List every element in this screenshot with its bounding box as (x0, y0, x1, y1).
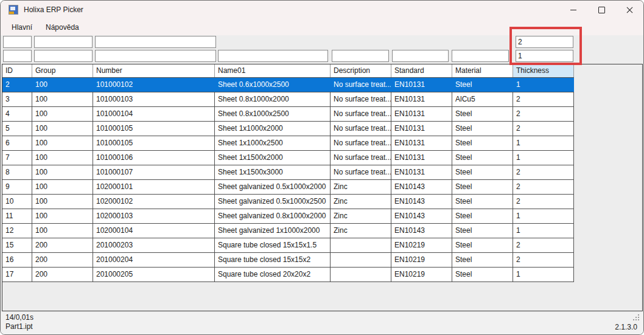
table-cell[interactable]: 100 (32, 224, 93, 238)
table-cell[interactable]: Sheet galvanized 0.8x1000x2000 (215, 209, 331, 223)
table-cell[interactable]: 101000105 (93, 122, 215, 136)
table-cell[interactable]: 8 (2, 165, 32, 179)
table-cell[interactable]: 200 (32, 268, 93, 281)
table-cell[interactable]: Sheet galvanized 0.5x1000x2000 (215, 180, 331, 194)
table-cell[interactable]: EN10143 (391, 209, 452, 223)
table-cell[interactable]: 1 (513, 209, 574, 223)
table-cell[interactable]: Steel (452, 268, 513, 281)
table-cell[interactable]: 100 (32, 180, 93, 194)
table-cell[interactable]: 100 (32, 78, 93, 92)
table-cell[interactable]: 101000107 (93, 165, 215, 179)
filter-top-id[interactable] (3, 36, 32, 48)
table-cell[interactable]: No surface treat... (331, 107, 391, 121)
table-cell[interactable]: 100 (32, 92, 93, 106)
table-cell[interactable]: 2 (513, 92, 574, 106)
table-cell[interactable]: Steel (452, 136, 513, 150)
filter-bottom-id[interactable] (3, 50, 32, 62)
table-cell[interactable]: Sheet 0.6x1000x2500 (215, 78, 331, 92)
table-row[interactable]: 3100101000103Sheet 0.8x1000x2000No surfa… (2, 92, 574, 107)
table-cell[interactable]: EN10219 (391, 238, 452, 252)
table-cell[interactable]: Steel (452, 253, 513, 267)
table-cell[interactable]: 2 (513, 238, 574, 252)
table-row[interactable]: 11100102000103Sheet galvanized 0.8x1000x… (2, 209, 574, 224)
table-cell[interactable]: Square tube closed 15x15x1.5 (215, 238, 331, 252)
table-cell[interactable]: 101000104 (93, 107, 215, 121)
table-cell[interactable]: 101000102 (93, 78, 215, 92)
table-cell[interactable]: 2 (513, 180, 574, 194)
table-cell[interactable]: 102000102 (93, 195, 215, 209)
table-cell[interactable]: Steel (452, 238, 513, 252)
table-cell[interactable]: 101000106 (93, 151, 215, 165)
table-cell[interactable]: EN10143 (391, 180, 452, 194)
column-header-group[interactable]: Group (32, 64, 93, 77)
table-cell[interactable]: EN10143 (391, 195, 452, 209)
table-row[interactable]: 4100101000104Sheet 0.8x1000x2500No surfa… (2, 107, 574, 122)
table-cell[interactable]: No surface treat... (331, 151, 391, 165)
table-cell[interactable]: 2 (513, 122, 574, 136)
table-cell[interactable]: 100 (32, 195, 93, 209)
table-row[interactable]: 7100101000106Sheet 1x1500x2000No surface… (2, 151, 574, 165)
table-cell[interactable]: 100 (32, 151, 93, 165)
table-cell[interactable]: 100 (32, 136, 93, 150)
table-cell[interactable]: EN10131 (391, 136, 452, 150)
table-cell[interactable]: 11 (2, 209, 32, 223)
table-cell[interactable]: 100 (32, 107, 93, 121)
table-cell[interactable]: Sheet 0.8x1000x2500 (215, 107, 331, 121)
table-cell[interactable]: 3 (2, 92, 32, 106)
table-cell[interactable]: 16 (2, 253, 32, 267)
close-button[interactable] (615, 1, 643, 19)
table-cell[interactable]: Zinc (331, 195, 391, 209)
table-cell[interactable]: EN10143 (391, 224, 452, 238)
table-cell[interactable]: 6 (2, 136, 32, 150)
table-cell[interactable]: 100 (32, 122, 93, 136)
filter-bottom-standard[interactable] (392, 50, 449, 62)
table-row[interactable]: 9100102000101Sheet galvanized 0.5x1000x2… (2, 180, 574, 195)
table-cell[interactable]: 102000103 (93, 209, 215, 223)
table-cell[interactable]: 2 (2, 78, 32, 92)
table-cell[interactable]: No surface treat... (331, 165, 391, 179)
table-cell[interactable]: 100 (32, 209, 93, 223)
maximize-button[interactable] (587, 1, 615, 19)
table-cell[interactable]: 2 (513, 165, 574, 179)
table-cell[interactable]: Steel (452, 180, 513, 194)
column-header-thickness[interactable]: Thickness (513, 64, 574, 77)
table-cell[interactable]: Sheet 1x1000x2500 (215, 136, 331, 150)
table-row[interactable]: 16200201000204Square tube closed 15x15x2… (2, 253, 574, 268)
table-cell[interactable]: 101000103 (93, 92, 215, 106)
table-cell[interactable]: 1 (513, 151, 574, 165)
table-cell[interactable]: Sheet galvanized 0.5x1000x2500 (215, 195, 331, 209)
table-cell[interactable]: 201000204 (93, 253, 215, 267)
table-cell[interactable]: 7 (2, 151, 32, 165)
column-header-name01[interactable]: Name01 (215, 64, 331, 77)
table-cell[interactable]: Sheet galvanized 1x1000x2000 (215, 224, 331, 238)
table-cell[interactable]: Steel (452, 165, 513, 179)
column-header-material[interactable]: Material (452, 64, 513, 77)
table-cell[interactable]: 100 (32, 165, 93, 179)
table-row[interactable]: 8100101000107Sheet 1x1500x3000No surface… (2, 165, 574, 180)
table-cell[interactable]: 2 (513, 253, 574, 267)
table-cell[interactable]: EN10131 (391, 151, 452, 165)
table-cell[interactable]: 4 (2, 107, 32, 121)
table-cell[interactable]: EN10131 (391, 122, 452, 136)
table-row[interactable]: 2100101000102Sheet 0.6x1000x2500No surfa… (2, 78, 574, 92)
table-cell[interactable]: Sheet 0.8x1000x2000 (215, 92, 331, 106)
table-cell[interactable]: Zinc (331, 209, 391, 223)
filter-bottom-number[interactable] (95, 50, 216, 62)
table-cell[interactable]: Steel (452, 224, 513, 238)
table-cell[interactable]: 102000104 (93, 224, 215, 238)
table-cell[interactable]: 1 (513, 136, 574, 150)
table-cell[interactable]: Steel (452, 122, 513, 136)
table-cell[interactable]: 2 (513, 195, 574, 209)
table-cell[interactable]: EN10131 (391, 107, 452, 121)
table-row[interactable]: 15200201000203Square tube closed 15x15x1… (2, 238, 574, 253)
table-cell[interactable]: Steel (452, 209, 513, 223)
table-row[interactable]: 10100102000102Sheet galvanized 0.5x1000x… (2, 195, 574, 209)
filter-bottom-material[interactable] (452, 50, 509, 62)
table-cell[interactable]: 12 (2, 224, 32, 238)
table-cell[interactable]: Steel (452, 107, 513, 121)
column-header-id[interactable]: ID (2, 64, 32, 77)
table-cell[interactable]: 101000105 (93, 136, 215, 150)
table-cell[interactable] (331, 253, 391, 267)
table-cell[interactable]: EN10219 (391, 268, 452, 281)
table-cell[interactable]: EN10219 (391, 253, 452, 267)
